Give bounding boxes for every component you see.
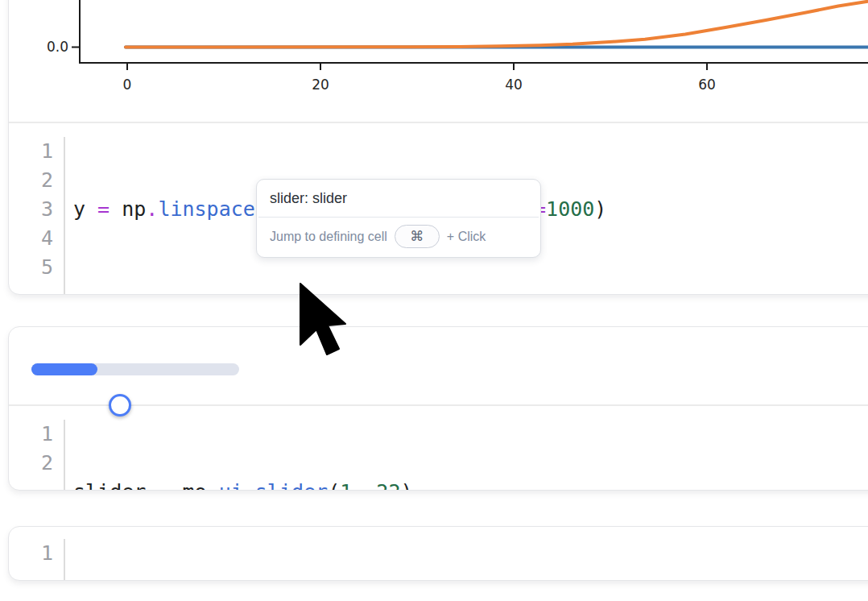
line-number: 2 — [9, 449, 53, 478]
x-tick-label: 40 — [505, 77, 523, 93]
jump-to-defining-cell-label[interactable]: Jump to defining cell — [270, 230, 387, 244]
line-number-gutter: 1 2 3 4 5 — [9, 137, 65, 295]
code-editor[interactable]: 1 x = np.linspace(start=0, stop=100, num… — [9, 527, 868, 581]
mouse-cursor-icon — [299, 282, 350, 359]
x-tick-label: 20 — [312, 77, 329, 93]
variable-hover-tooltip: slider: slider Jump to defining cell ⌘ +… — [256, 179, 541, 258]
notebook-cell-x: 1 x = np.linspace(start=0, stop=100, num… — [8, 526, 868, 581]
line-number: 1 — [9, 137, 53, 166]
line-number: 2 — [9, 166, 53, 195]
tooltip-title: slider: slider — [257, 180, 540, 217]
tooltip-click-hint: + Click — [447, 230, 486, 244]
x-tick-label: 60 — [698, 77, 716, 93]
slider-fill — [31, 363, 97, 375]
line-number: 1 — [9, 539, 53, 568]
line-number-gutter: 1 — [9, 539, 65, 581]
series-line-orange — [126, 2, 868, 48]
x-tick-label: 0 — [123, 77, 132, 93]
line-number: 5 — [9, 253, 53, 282]
line-number: 4 — [9, 224, 53, 253]
code-line[interactable]: slider = mo.ui.slider(1, 22) — [73, 478, 413, 491]
notebook-cell-slider: 1 2 slider = mo.ui.slider(1, 22) slider — [8, 326, 868, 491]
line-number-gutter: 1 2 — [9, 420, 65, 491]
line-number: 3 — [9, 195, 53, 224]
line-chart: 0.0 0 20 40 60 — [9, 0, 868, 122]
command-key-icon: ⌘ — [395, 225, 440, 248]
y-tick-label: 0.0 — [47, 39, 68, 55]
matplotlib-output: 0.0 0 20 40 60 — [9, 0, 868, 122]
code-editor[interactable]: 1 2 slider = mo.ui.slider(1, 22) slider — [9, 406, 868, 491]
slider-handle[interactable] — [109, 394, 131, 417]
slider-widget-output — [9, 327, 868, 404]
slider-track[interactable] — [31, 363, 239, 375]
line-number: 1 — [9, 420, 53, 449]
